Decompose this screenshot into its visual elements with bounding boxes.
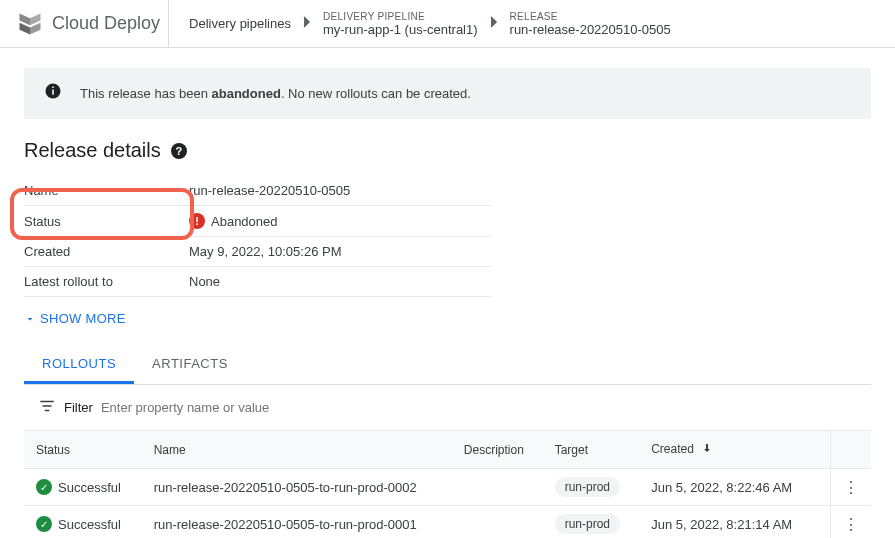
cell-created: Jun 5, 2022, 8:21:14 AM bbox=[639, 506, 830, 539]
detail-row-status: Status ! Abandoned bbox=[24, 206, 492, 237]
success-icon: ✓ bbox=[36, 479, 52, 495]
target-chip[interactable]: run-prod bbox=[555, 477, 620, 497]
filter-icon[interactable] bbox=[38, 397, 56, 418]
breadcrumb-root[interactable]: Delivery pipelines bbox=[185, 16, 295, 31]
svg-rect-4 bbox=[43, 405, 52, 407]
help-icon[interactable]: ? bbox=[171, 143, 187, 159]
section-title-row: Release details ? bbox=[24, 139, 871, 162]
info-icon bbox=[44, 82, 62, 105]
col-name[interactable]: Name bbox=[142, 431, 452, 469]
cell-name[interactable]: run-release-20220510-0505-to-run-prod-00… bbox=[142, 506, 452, 539]
error-icon: ! bbox=[189, 213, 205, 229]
detail-row-latest: Latest rollout to None bbox=[24, 267, 492, 297]
status-text: Successful bbox=[58, 517, 121, 532]
detail-label: Status bbox=[24, 214, 61, 229]
svg-rect-2 bbox=[52, 87, 54, 89]
product-area: Cloud Deploy bbox=[8, 0, 169, 47]
filter-label: Filter bbox=[64, 400, 93, 415]
cell-name[interactable]: run-release-20220510-0505-to-run-prod-00… bbox=[142, 469, 452, 506]
tab-rollouts[interactable]: ROLLOUTS bbox=[24, 346, 134, 384]
sort-desc-icon bbox=[701, 441, 713, 458]
cell-status: ✓Successful bbox=[24, 506, 142, 539]
cell-target: run-prod bbox=[543, 469, 640, 506]
cell-description bbox=[452, 506, 543, 539]
cell-created: Jun 5, 2022, 8:22:46 AM bbox=[639, 469, 830, 506]
col-created-label: Created bbox=[651, 442, 694, 456]
status-cell: ! Abandoned bbox=[189, 213, 492, 229]
cell-status: ✓Successful bbox=[24, 469, 142, 506]
banner-bold: abandoned bbox=[212, 86, 281, 101]
col-description[interactable]: Description bbox=[452, 431, 543, 469]
status-value: Abandoned bbox=[211, 214, 278, 229]
kebab-menu-icon[interactable]: ⋮ bbox=[843, 516, 859, 533]
detail-row-name: Name run-release-20220510-0505 bbox=[24, 176, 492, 206]
detail-row-created: Created May 9, 2022, 10:05:26 PM bbox=[24, 237, 492, 267]
main-content: This release has been abandoned. No new … bbox=[0, 48, 895, 538]
show-more-label: SHOW MORE bbox=[40, 311, 126, 326]
chevron-down-icon bbox=[24, 313, 36, 325]
breadcrumb-release[interactable]: RELEASE run-release-20220510-0505 bbox=[506, 11, 675, 37]
detail-value: May 9, 2022, 10:05:26 PM bbox=[189, 237, 492, 267]
svg-rect-5 bbox=[45, 410, 50, 412]
target-chip[interactable]: run-prod bbox=[555, 514, 620, 534]
cell-description bbox=[452, 469, 543, 506]
abandoned-banner: This release has been abandoned. No new … bbox=[24, 68, 871, 119]
breadcrumb-pipeline-label: DELIVERY PIPELINE bbox=[323, 11, 478, 22]
col-status[interactable]: Status bbox=[24, 431, 142, 469]
cell-menu: ⋮ bbox=[831, 506, 872, 539]
rollouts-table: Status Name Description Target Created ✓… bbox=[24, 430, 871, 538]
chevron-right-icon bbox=[482, 16, 506, 31]
filter-row: Filter bbox=[24, 385, 871, 430]
col-created[interactable]: Created bbox=[639, 431, 830, 469]
cell-menu: ⋮ bbox=[831, 469, 872, 506]
detail-label: Latest rollout to bbox=[24, 267, 189, 297]
breadcrumb-release-value: run-release-20220510-0505 bbox=[510, 22, 671, 37]
tabs: ROLLOUTS ARTIFACTS bbox=[24, 346, 871, 385]
table-row: ✓Successfulrun-release-20220510-0505-to-… bbox=[24, 506, 871, 539]
page-title: Release details bbox=[24, 139, 161, 162]
detail-value: run-release-20220510-0505 bbox=[189, 176, 492, 206]
chevron-right-icon bbox=[295, 16, 319, 31]
details-table: Name run-release-20220510-0505 Status ! … bbox=[24, 176, 492, 297]
breadcrumb-pipeline-value: my-run-app-1 (us-central1) bbox=[323, 22, 478, 37]
table-header-row: Status Name Description Target Created bbox=[24, 431, 871, 469]
tab-artifacts[interactable]: ARTIFACTS bbox=[134, 346, 246, 384]
banner-suffix: . No new rollouts can be created. bbox=[281, 86, 471, 101]
detail-value: None bbox=[189, 267, 492, 297]
filter-input[interactable] bbox=[101, 400, 857, 415]
svg-rect-1 bbox=[52, 90, 54, 95]
kebab-menu-icon[interactable]: ⋮ bbox=[843, 479, 859, 496]
status-text: Successful bbox=[58, 480, 121, 495]
detail-label: Created bbox=[24, 237, 189, 267]
banner-prefix: This release has been bbox=[80, 86, 212, 101]
show-more-toggle[interactable]: SHOW MORE bbox=[24, 311, 871, 326]
cell-target: run-prod bbox=[543, 506, 640, 539]
product-name: Cloud Deploy bbox=[52, 13, 160, 34]
breadcrumb-pipeline[interactable]: DELIVERY PIPELINE my-run-app-1 (us-centr… bbox=[319, 11, 482, 37]
topbar: Cloud Deploy Delivery pipelines DELIVERY… bbox=[0, 0, 895, 48]
breadcrumbs: Delivery pipelines DELIVERY PIPELINE my-… bbox=[169, 11, 675, 37]
banner-text: This release has been abandoned. No new … bbox=[80, 86, 471, 101]
success-icon: ✓ bbox=[36, 516, 52, 532]
breadcrumb-release-label: RELEASE bbox=[510, 11, 671, 22]
detail-label: Name bbox=[24, 176, 189, 206]
col-menu bbox=[831, 431, 872, 469]
cloud-deploy-logo-icon bbox=[16, 10, 44, 38]
table-row: ✓Successfulrun-release-20220510-0505-to-… bbox=[24, 469, 871, 506]
col-target[interactable]: Target bbox=[543, 431, 640, 469]
svg-rect-3 bbox=[40, 401, 54, 403]
